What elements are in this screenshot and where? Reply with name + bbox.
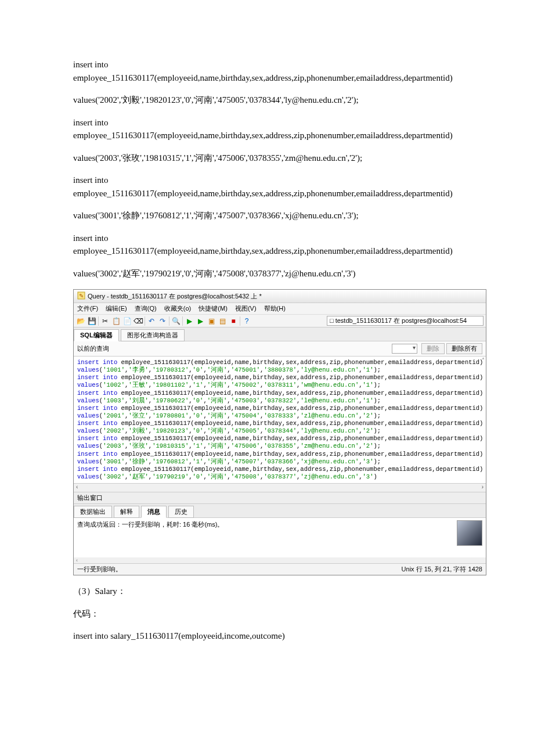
hscrollbar[interactable]: ‹ › — [74, 483, 486, 492]
separator — [169, 316, 169, 326]
separator — [145, 316, 145, 326]
doc-values-3b: values('3001','徐静','19760812','1','河南','… — [52, 209, 482, 222]
undo-icon[interactable]: ↶ — [147, 316, 156, 326]
output-message: 查询成功返回：一行受到影响，耗时: 16 毫秒(ms)。 — [77, 521, 223, 528]
separator — [98, 316, 99, 326]
embedded-screenshot: ✎ Query - testdb_1511630117 在 postgres@l… — [73, 289, 486, 575]
scroll-left-icon[interactable]: ‹ — [76, 484, 78, 492]
output-body: 查询成功返回：一行受到影响，耗时: 16 毫秒(ms)。 — [74, 518, 486, 557]
separator — [240, 316, 240, 326]
editor-tabstrip: SQL编辑器 图形化查询构造器 — [74, 327, 486, 341]
tab-sql-editor[interactable]: SQL编辑器 — [74, 329, 119, 341]
window-title: Query - testdb_1511630117 在 postgres@loc… — [88, 292, 262, 301]
redo-icon[interactable]: ↷ — [158, 316, 167, 326]
doc-values-4b: values('3002','赵军','19790219','0','河南','… — [52, 267, 482, 280]
menu-file[interactable]: 文件(F) — [77, 305, 98, 312]
clear-icon[interactable]: ⌫ — [134, 316, 143, 326]
doc-insert-4a: insert into employee_1511630117(employee… — [52, 232, 482, 258]
doc-values-2b: values('2003','张玫','19810315','1','河南','… — [52, 152, 482, 165]
explain-icon[interactable]: ▣ — [207, 316, 216, 326]
tab-history[interactable]: 历史 — [168, 506, 194, 518]
tab-messages[interactable]: 消息 — [141, 506, 167, 518]
run-icon[interactable]: ▶ — [185, 316, 194, 326]
menu-short[interactable]: 快捷键(M) — [199, 305, 228, 312]
delete-button[interactable]: 删除 — [421, 343, 445, 354]
app-icon: ✎ — [77, 291, 85, 301]
explain2-icon[interactable]: ▤ — [218, 316, 227, 326]
scroll-right-icon[interactable]: › — [482, 484, 484, 492]
cut-icon[interactable]: ✂ — [100, 316, 110, 326]
output-tabs: 数据输出 解释 消息 历史 — [74, 504, 486, 518]
status-left: 一行受到影响。 — [77, 565, 122, 574]
svg-text:✎: ✎ — [79, 293, 84, 299]
open-icon[interactable]: 📂 — [76, 316, 85, 326]
avatar-image — [457, 520, 482, 546]
separator — [182, 316, 183, 326]
menu-help[interactable]: 帮助(H) — [264, 305, 286, 312]
doc-after-1: （3）Salary： — [52, 585, 482, 598]
search-icon[interactable]: 🔍 — [171, 316, 181, 326]
save-icon[interactable]: 💾 — [87, 316, 96, 326]
status-bar: 一行受到影响。 Unix 行 15, 列 21, 字符 1428 — [74, 563, 486, 575]
doc-after-3: insert into salary_1511630117(employeeid… — [52, 629, 482, 643]
run-pg-icon[interactable]: ▶ — [196, 316, 205, 326]
menu-edit[interactable]: 编辑(E) — [106, 305, 127, 312]
sql-editor[interactable]: ˄ insert into employee_1511630117(employ… — [74, 357, 486, 483]
previous-queries-row: 以前的查询 ▾ 删除 删除所有 — [74, 341, 486, 357]
doc-values-1b: values('2002','刘毅','19820123','0','河南','… — [52, 93, 482, 107]
paste-icon[interactable]: 📄 — [122, 316, 132, 326]
menu-view[interactable]: 视图(V) — [235, 305, 257, 312]
window-titlebar: ✎ Query - testdb_1511630117 在 postgres@l… — [74, 290, 486, 303]
copy-icon[interactable]: 📋 — [111, 316, 121, 326]
doc-insert-1a: insert into employee_1511630117(employee… — [52, 58, 482, 84]
toolbar: 📂 💾 ✂ 📋 📄 ⌫ ↶ ↷ 🔍 ▶ ▶ ▣ ▤ ■ ? □ testdb_1… — [74, 315, 486, 327]
delete-all-button[interactable]: 删除所有 — [446, 343, 482, 354]
scroll-up-icon[interactable]: ˄ — [482, 358, 485, 365]
stop-icon[interactable]: ■ — [229, 316, 238, 326]
output-pane-label: 输出窗口 — [74, 492, 486, 504]
doc-insert-3a: insert into employee_1511630117(employee… — [52, 174, 482, 200]
tab-data-output[interactable]: 数据输出 — [74, 506, 112, 518]
menu-bar: 文件(F) 编辑(E) 查询(Q) 收藏夹(o) 快捷键(M) 视图(V) 帮助… — [74, 303, 486, 315]
menu-query[interactable]: 查询(Q) — [135, 305, 157, 312]
doc-insert-2a: insert into employee_1511630117(employee… — [52, 116, 482, 142]
help-icon[interactable]: ? — [242, 316, 251, 326]
output-hscroll[interactable]: ‹ — [74, 557, 486, 563]
tab-explain[interactable]: 解释 — [114, 506, 139, 518]
menu-fav[interactable]: 收藏夹(o) — [164, 305, 191, 312]
prev-queries-dropdown[interactable]: ▾ — [392, 344, 417, 354]
prev-queries-label: 以前的查询 — [77, 344, 109, 353]
doc-after-2: 代码： — [52, 607, 482, 621]
db-selector[interactable]: □ testdb_1511630117 在 postgres@localhost… — [327, 316, 484, 326]
status-right: Unix 行 15, 列 21, 字符 1428 — [402, 565, 482, 574]
tab-gfx-builder[interactable]: 图形化查询构造器 — [121, 329, 185, 341]
